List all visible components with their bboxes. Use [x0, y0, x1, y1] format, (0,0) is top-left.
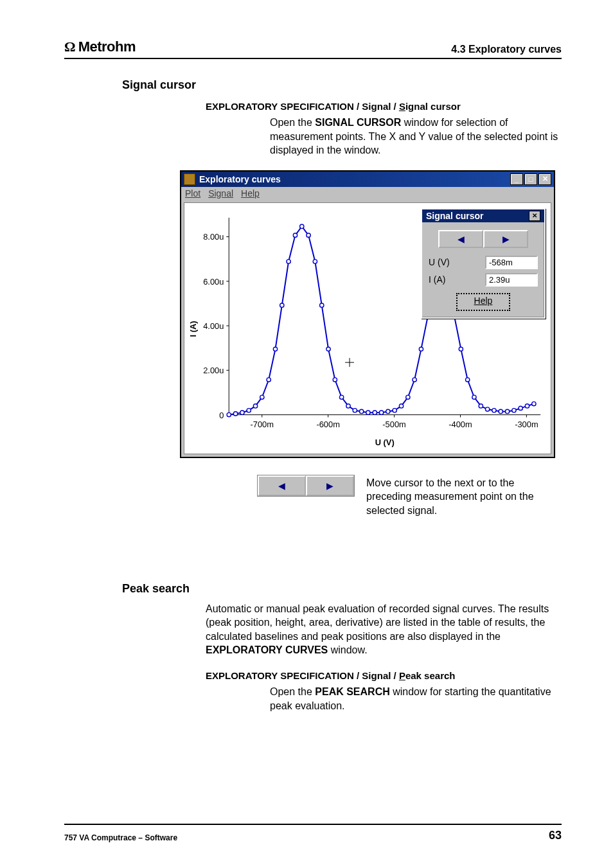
svg-point-42 — [366, 411, 370, 414]
svg-text:2.00u: 2.00u — [203, 366, 224, 375]
svg-text:6.00u: 6.00u — [203, 277, 224, 287]
svg-point-59 — [479, 404, 483, 408]
prev-arrow-icon[interactable]: ◀ — [258, 475, 306, 496]
footer-product: 757 VA Computrace – Software — [64, 833, 177, 842]
svg-point-61 — [492, 408, 496, 412]
svg-point-21 — [227, 412, 231, 416]
subwindow-titlebar[interactable]: Signal cursor ✕ — [422, 209, 544, 222]
svg-point-62 — [499, 409, 502, 413]
subwindow-close-button[interactable]: ✕ — [529, 211, 540, 221]
heading-peak-search: Peak search — [122, 582, 562, 596]
logo-text: Metrohm — [78, 39, 136, 55]
signal-cursor-description: Open the SIGNAL CURSOR window for select… — [270, 116, 562, 157]
arrow-buttons-figure: ◀ ▶ — [257, 475, 355, 497]
svg-point-34 — [313, 260, 317, 263]
breadcrumb-peak-search: EXPLORATORY SPECIFICATION / Signal / Pea… — [206, 670, 562, 681]
svg-point-36 — [326, 347, 330, 351]
u-value-field[interactable] — [485, 256, 538, 269]
menu-help[interactable]: Help — [241, 188, 260, 199]
svg-point-48 — [406, 395, 410, 399]
svg-point-65 — [519, 406, 522, 410]
u-label: U (V) — [429, 257, 450, 267]
svg-point-41 — [359, 409, 363, 413]
plot-area[interactable]: 8.00u 6.00u 4.00u 2.00u 0 -700m -600m — [184, 202, 551, 454]
svg-point-57 — [465, 378, 469, 382]
svg-text:-700m: -700m — [251, 420, 274, 429]
svg-point-33 — [306, 233, 310, 237]
svg-point-56 — [459, 347, 463, 351]
peak-search-open-text: Open the PEAK SEARCH window for starting… — [270, 685, 562, 713]
svg-point-39 — [346, 404, 350, 408]
chapter-title: 4.3 Exploratory curves — [451, 44, 562, 55]
svg-point-47 — [399, 404, 403, 408]
brand-logo: Ω Metrohm — [64, 39, 136, 55]
arrows-caption: Move cursor to the next or to the preced… — [366, 476, 559, 518]
svg-point-35 — [320, 303, 324, 307]
heading-signal-cursor: Signal cursor — [122, 78, 562, 92]
menu-plot[interactable]: Plot — [185, 188, 200, 199]
subwindow-title: Signal cursor — [426, 211, 483, 221]
svg-point-58 — [472, 395, 476, 399]
next-arrow-icon[interactable]: ▶ — [306, 475, 354, 496]
page-number: 63 — [549, 829, 562, 842]
svg-point-23 — [240, 411, 244, 414]
menu-bar[interactable]: Plot Signal Help — [181, 187, 554, 200]
svg-text:0: 0 — [219, 410, 224, 420]
svg-point-32 — [300, 224, 304, 228]
minimize-button[interactable]: _ — [510, 173, 523, 185]
svg-text:-300m: -300m — [515, 420, 538, 429]
svg-point-67 — [532, 402, 536, 405]
i-value-field[interactable] — [485, 273, 538, 287]
close-button[interactable]: ✕ — [538, 173, 551, 185]
window-titlebar[interactable]: Exploratory curves _ □ ✕ — [181, 172, 554, 187]
cursor-next-button[interactable]: ▶ — [483, 230, 528, 248]
i-label: I (A) — [429, 274, 445, 285]
svg-point-64 — [512, 408, 516, 412]
svg-point-38 — [339, 395, 343, 399]
svg-point-43 — [373, 411, 377, 414]
svg-point-24 — [247, 408, 251, 412]
breadcrumb-signal-cursor: EXPLORATORY SPECIFICATION / Signal / Sig… — [206, 101, 562, 112]
svg-point-26 — [260, 395, 264, 399]
svg-point-22 — [233, 412, 237, 416]
y-axis-label: I (A) — [188, 321, 198, 337]
svg-point-50 — [419, 347, 423, 351]
cursor-prev-button[interactable]: ◀ — [438, 230, 483, 248]
svg-text:-500m: -500m — [382, 420, 405, 429]
svg-text:8.00u: 8.00u — [203, 232, 224, 242]
svg-point-44 — [379, 411, 383, 414]
omega-icon: Ω — [64, 39, 76, 55]
x-axis-label: U (V) — [375, 438, 395, 447]
svg-point-45 — [386, 409, 390, 413]
svg-point-46 — [393, 408, 396, 412]
svg-point-37 — [333, 378, 337, 382]
svg-text:-600m: -600m — [316, 420, 339, 429]
svg-point-60 — [485, 407, 489, 411]
window-title: Exploratory curves — [199, 174, 510, 184]
svg-text:-400m: -400m — [449, 420, 472, 429]
signal-cursor-subwindow[interactable]: Signal cursor ✕ ◀ ▶ U (V) I (A) — [421, 208, 546, 319]
svg-point-30 — [287, 260, 290, 263]
svg-point-63 — [505, 409, 509, 413]
maximize-button[interactable]: □ — [524, 173, 537, 185]
svg-point-31 — [293, 233, 297, 237]
help-button[interactable]: Help — [456, 293, 510, 311]
svg-point-27 — [267, 378, 271, 382]
app-icon — [184, 173, 195, 185]
svg-point-25 — [253, 404, 257, 408]
svg-point-49 — [413, 378, 416, 382]
svg-point-40 — [353, 408, 357, 412]
exploratory-curves-window: Exploratory curves _ □ ✕ Plot Signal Hel… — [180, 170, 555, 458]
menu-signal[interactable]: Signal — [208, 188, 233, 199]
svg-text:4.00u: 4.00u — [203, 321, 224, 331]
svg-point-66 — [525, 404, 529, 408]
svg-point-29 — [280, 303, 284, 307]
svg-point-28 — [273, 347, 277, 351]
peak-search-description: Automatic or manual peak evaluation of r… — [206, 602, 562, 657]
